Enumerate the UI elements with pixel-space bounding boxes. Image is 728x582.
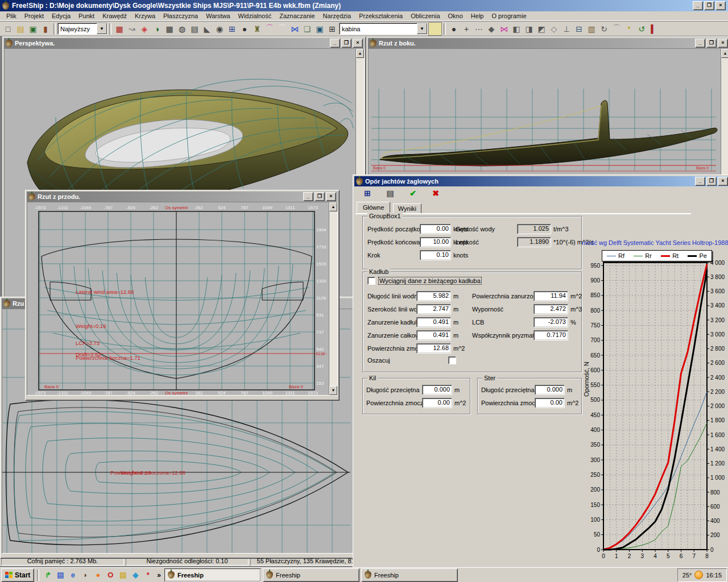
- print-button[interactable]: ▤: [383, 187, 398, 199]
- front-vertical-scrollbar[interactable]: ▲ ▼: [329, 202, 337, 395]
- wire-globe-icon[interactable]: ◍: [176, 23, 188, 35]
- scroll-up-icon[interactable]: ▲: [356, 49, 364, 58]
- opera-icon[interactable]: O: [105, 569, 116, 581]
- close-button[interactable]: ×: [353, 39, 363, 48]
- front-title-bar[interactable]: Rzut z przodu. _ ❐ ×: [27, 192, 338, 202]
- spline-icon[interactable]: ⌒: [610, 23, 623, 35]
- calculate-button[interactable]: ⊞: [360, 187, 375, 199]
- gauss-curvature-icon[interactable]: ◉: [213, 23, 226, 35]
- value-input[interactable]: 11.94: [533, 291, 568, 301]
- lock-icon[interactable]: ◧: [510, 23, 523, 35]
- intersect-burst-icon[interactable]: *: [623, 23, 635, 35]
- scroll-up-icon[interactable]: ▲: [329, 202, 337, 211]
- menu-item[interactable]: O programie: [487, 12, 530, 20]
- value-input[interactable]: 0.491: [416, 330, 451, 340]
- zebra-check-icon[interactable]: ⋈: [288, 23, 301, 35]
- menu-item[interactable]: Plik: [2, 12, 20, 20]
- maximize-button[interactable]: ❐: [341, 39, 351, 48]
- value-input[interactable]: 0.491: [416, 317, 451, 327]
- weather-app-icon[interactable]: [694, 571, 703, 579]
- menu-item[interactable]: Punkt: [75, 12, 98, 20]
- collapse-edge-icon[interactable]: ⋯: [473, 23, 485, 35]
- rotate-icon[interactable]: ↻: [598, 23, 610, 35]
- value-input[interactable]: -2.073: [533, 317, 568, 327]
- close-button[interactable]: ×: [715, 1, 726, 10]
- background-grid-icon[interactable]: ⊞: [326, 23, 338, 35]
- maximize-button[interactable]: ❐: [706, 39, 717, 48]
- minimize-button[interactable]: _: [695, 39, 705, 48]
- monitor-layers-icon[interactable]: ▣: [313, 23, 326, 35]
- curvature-curve-icon[interactable]: ⌒: [263, 23, 276, 35]
- estimate-checkbox[interactable]: [448, 356, 456, 364]
- freeship-launcher-icon[interactable]: ◗: [80, 569, 91, 581]
- unlock-icon[interactable]: ◨: [523, 23, 535, 35]
- menu-item[interactable]: Okno: [444, 12, 467, 20]
- side-title-bar[interactable]: Rzut z boku. _ ❐ ×: [368, 38, 728, 48]
- insert-plane-icon[interactable]: ⊟: [573, 23, 585, 35]
- close-button[interactable]: ×: [718, 177, 728, 186]
- new-file-icon[interactable]: □: [2, 23, 14, 35]
- value-input[interactable]: 0.00: [420, 224, 451, 234]
- cancel-button[interactable]: ✖: [428, 187, 443, 199]
- hull-blob-icon[interactable]: ●: [238, 23, 251, 35]
- shaded-view-icon[interactable]: ◑: [151, 23, 163, 35]
- flowlines-icon[interactable]: ↝: [126, 23, 138, 35]
- notes-app-icon[interactable]: ▤: [55, 569, 66, 581]
- quick-launch-overflow-chevron[interactable]: »: [155, 571, 163, 579]
- value-input[interactable]: 0.7170: [533, 330, 568, 340]
- exit-door-icon[interactable]: ▮: [39, 23, 52, 35]
- menu-item[interactable]: Projekt: [20, 12, 48, 20]
- value-input[interactable]: 5.982: [416, 291, 451, 301]
- scroll-up-icon[interactable]: ▲: [721, 49, 728, 58]
- menu-item[interactable]: Narzędzia: [319, 12, 355, 20]
- firefox-icon[interactable]: ●: [92, 569, 104, 581]
- value-input[interactable]: 0.000: [535, 385, 565, 395]
- minimize-button[interactable]: _: [695, 177, 705, 186]
- value-input[interactable]: 10.00: [420, 237, 451, 247]
- value-input[interactable]: 0.00: [535, 398, 565, 408]
- interior-layers-icon[interactable]: ▦: [113, 23, 126, 35]
- open-folder-icon[interactable]: ▤: [14, 23, 27, 35]
- transform-icon[interactable]: ↺: [635, 23, 648, 35]
- ok-button[interactable]: ✔: [406, 187, 420, 199]
- dialog-title-bar[interactable]: Opór jachtów żaglowych _ ❐ ×: [354, 176, 728, 186]
- delete-item-icon[interactable]: ◈: [138, 23, 151, 35]
- shortcut-arrow-icon[interactable]: ↱: [42, 569, 53, 581]
- menu-item[interactable]: Krawędź: [98, 12, 131, 20]
- close-button[interactable]: ×: [718, 39, 728, 48]
- move-point-icon[interactable]: +: [460, 23, 473, 35]
- close-button[interactable]: ×: [326, 192, 336, 201]
- mirror-icon[interactable]: ⊥: [560, 23, 573, 35]
- save-file-icon[interactable]: ▣: [27, 23, 39, 35]
- menu-item[interactable]: Widzialność: [234, 12, 276, 20]
- menu-item[interactable]: Help: [467, 12, 488, 20]
- chevron-down-icon[interactable]: ▼: [417, 23, 427, 34]
- menu-item[interactable]: Płaszczyzna: [159, 12, 202, 20]
- archive-app-icon[interactable]: ▤: [117, 569, 129, 581]
- taskbar-task-freeship-1[interactable]: Freeship: [164, 568, 261, 582]
- marker-pen-icon[interactable]: ▍: [648, 23, 660, 35]
- menu-item[interactable]: Edycja: [48, 12, 75, 20]
- layer-stack-icon[interactable]: ❏: [301, 23, 313, 35]
- menu-item[interactable]: Obliczenia: [407, 12, 444, 20]
- hull-silhouette-icon[interactable]: ●: [448, 23, 460, 35]
- chevron-down-icon[interactable]: ▼: [97, 23, 107, 34]
- precision-dropdown[interactable]: Najwyższy ▼: [57, 23, 107, 35]
- developable-icon[interactable]: ◣: [201, 23, 213, 35]
- value-input[interactable]: 0.000: [422, 385, 452, 395]
- hydrostatics-calc-icon[interactable]: ⊞: [226, 23, 238, 35]
- value-input[interactable]: 0.10: [420, 250, 451, 260]
- red-star-app-icon[interactable]: *: [142, 569, 154, 581]
- internet-explorer-icon[interactable]: e: [67, 569, 78, 581]
- fill-surface-icon[interactable]: ◆: [485, 23, 498, 35]
- perspective-title-bar[interactable]: Perspektywa. _ ❐ ×: [4, 38, 365, 48]
- menu-item[interactable]: Przekształcenia: [355, 12, 407, 20]
- main-title-bar[interactable]: Free!Ship : D:\Moje dokumenty\Dysk Googl…: [0, 0, 728, 11]
- taskbar-task-freeship-2[interactable]: Freeship: [263, 568, 359, 582]
- taskbar-task-freeship-3[interactable]: Freeship: [361, 568, 458, 582]
- diamond-app-icon[interactable]: ◆: [130, 569, 141, 581]
- maximize-button[interactable]: ❐: [704, 1, 714, 10]
- grid-view-icon[interactable]: ▦: [163, 23, 176, 35]
- minimize-button[interactable]: _: [693, 1, 703, 10]
- lock-all-icon[interactable]: ◩: [535, 23, 548, 35]
